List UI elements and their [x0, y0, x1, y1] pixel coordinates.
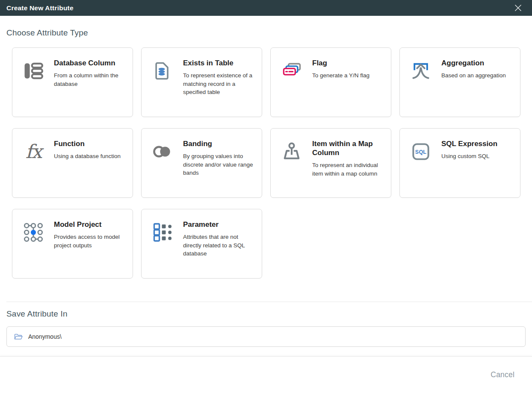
dialog-footer: Cancel	[0, 356, 532, 393]
document-database-icon	[151, 59, 174, 83]
stacked-cards-icon	[280, 59, 304, 83]
close-icon[interactable]	[512, 3, 523, 14]
card-title: SQL Expression	[441, 139, 497, 148]
card-title: Flag	[312, 59, 369, 67]
map-pin-icon	[280, 140, 304, 164]
card-title: Aggregation	[441, 59, 506, 67]
card-title: Item within a Map Column	[312, 139, 385, 157]
card-title: Database Column	[54, 59, 127, 67]
sql-badge-icon: SQL	[409, 140, 433, 164]
card-description: Using a database function	[54, 152, 121, 161]
card-title: Banding	[183, 139, 256, 148]
card-database-column[interactable]: Database Column From a column within the…	[12, 47, 133, 117]
folder-icon	[14, 333, 23, 341]
card-description: Based on an aggregation	[441, 71, 506, 80]
card-description: By grouping values into discrete and/or …	[183, 152, 256, 177]
card-parameter[interactable]: Parameter Attributes that are not direct…	[141, 209, 262, 279]
svg-text:SQL: SQL	[415, 149, 426, 155]
save-attribute-in-heading: Save Attribute In	[6, 309, 532, 319]
card-title: Model Project	[54, 220, 127, 229]
card-title: Exists in Table	[183, 59, 256, 67]
card-description: To represent an individual item within a…	[312, 161, 385, 178]
cancel-button[interactable]: Cancel	[491, 370, 514, 379]
card-title: Function	[54, 139, 121, 148]
card-description: To represent existence of a matching rec…	[183, 71, 256, 97]
card-function[interactable]: fx Function Using a database function	[12, 128, 133, 198]
save-location-picker[interactable]: Anonymous\	[6, 326, 526, 347]
card-sql-expression[interactable]: SQL SQL Expression Using custom SQL	[399, 128, 520, 198]
card-description: Using custom SQL	[441, 152, 497, 161]
fx-icon: fx	[21, 140, 45, 164]
card-flag[interactable]: Flag To generate a Y/N flag	[270, 47, 391, 117]
choose-attribute-type-heading: Choose Attribute Type	[6, 28, 532, 38]
card-description: Attributes that are not directly related…	[183, 233, 256, 258]
card-model-project[interactable]: Model Project Provides access to model p…	[12, 209, 133, 279]
save-location-value: Anonymous\	[28, 333, 62, 340]
card-exists-in-table[interactable]: Exists in Table To represent existence o…	[141, 47, 262, 117]
card-description: To generate a Y/N flag	[312, 71, 369, 80]
merge-arrow-icon	[409, 59, 433, 83]
dialog-titlebar: Create New Attribute	[0, 0, 532, 16]
card-aggregation[interactable]: Aggregation Based on an aggregation	[399, 47, 520, 117]
card-description: Provides access to model project outputs	[54, 233, 127, 249]
card-item-within-map-column[interactable]: Item within a Map Column To represent an…	[270, 128, 391, 198]
card-banding[interactable]: Banding By grouping values into discrete…	[141, 128, 262, 198]
card-title: Parameter	[183, 220, 256, 229]
list-grid-icon	[151, 220, 174, 244]
database-column-icon	[21, 59, 45, 83]
dialog-title: Create New Attribute	[6, 4, 74, 12]
card-description: From a column within the database	[54, 71, 127, 88]
overlapping-circles-icon	[151, 140, 174, 164]
section-divider	[6, 302, 532, 302]
attribute-type-grid: Database Column From a column within the…	[12, 47, 520, 279]
node-grid-icon	[21, 220, 45, 244]
